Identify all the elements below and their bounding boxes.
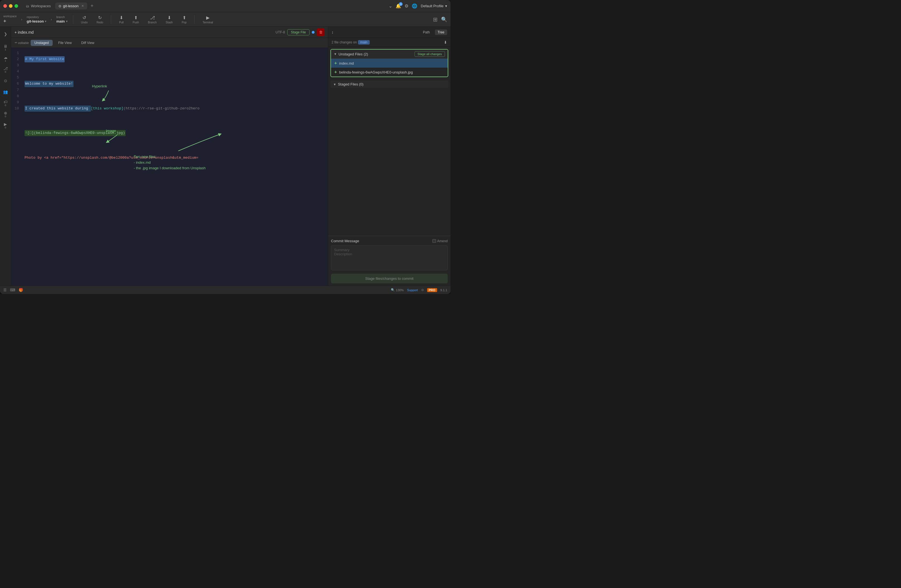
list-icon[interactable]: ☰ [3,288,7,292]
tab-git-lesson[interactable]: ⊙ git-lesson ✕ [55,3,87,9]
toolbar: workspace + › repository git-lesson ▾ › … [0,12,450,27]
workspaces-icon: 🗂 [26,4,29,8]
pull-button[interactable]: ⬇ Pull [117,14,126,25]
tab-unstaged[interactable]: Unstaged [31,40,53,46]
nav-chevron2-icon: › [51,17,52,22]
redo-icon: ↻ [98,15,102,20]
git-lesson-tab-label: git-lesson [63,4,79,8]
workspace-add[interactable]: + [3,19,17,24]
unstaged-section: ▼ Unstaged Files (2) Stage all changes +… [330,49,448,77]
stage-commit-button[interactable]: Stage files/changes to commit [331,274,448,283]
stash-button[interactable]: ⬇ Stash [164,14,175,25]
main-branch-badge: main [358,40,370,45]
cloud-icon: ☁ [4,55,8,59]
titlebar-right: ⌄ 🔔 1 ⚙ 🌐 Default Profile ▾ [389,3,447,9]
monitor-icon: 🖥 [4,44,8,48]
unstaged-title: Unstaged Files (2) [338,52,415,56]
main-window: 🗂 Workspaces ⊙ git-lesson ✕ + ⌄ 🔔 1 ⚙ 🌐 … [0,0,450,294]
minimize-traffic-light[interactable] [9,4,12,8]
editor-tabs: ✏ editable Unstaged File View Diff View [11,38,328,48]
staged-header: ▼ Staged Files (0) [330,81,448,88]
editor-filename: + index.md [14,30,34,34]
commit-textarea[interactable] [331,245,448,270]
file-name-image: belinda-fewings-6wAGwpsXHE0-unsplash.jpg [339,70,413,74]
sidebar-icons: ❯ 🖥 1 ☁ 1 ⎇ 0 ⊙ 👥 🏷 0 [0,27,11,286]
repo-chevron-icon: ▾ [45,20,46,23]
sidebar-item-team[interactable]: 👥 [0,87,11,97]
workspaces-tab-label: Workspaces [31,4,51,8]
stashes-icon: ⊕ [4,111,7,115]
profile-chevron-icon: ▾ [445,4,447,8]
file-item-image[interactable]: + belinda-fewings-6wAGwpsXHE0-unsplash.j… [331,68,448,76]
branches-icon: ⎇ [3,66,8,71]
file-item-index-md[interactable]: + index.md [331,59,448,68]
titlebar: 🗂 Workspaces ⊙ git-lesson ✕ + ⌄ 🔔 1 ⚙ 🌐 … [0,0,450,12]
file-add-icon: + [334,61,337,66]
profile-button[interactable]: Default Profile ▾ [421,4,447,8]
sidebar-item-github[interactable]: ⊙ [0,76,11,86]
repository-label: repository [27,16,46,19]
gift-icon[interactable]: 🎁 [19,288,23,292]
line-numbers: 1 2 3 4 5 6 7 8 9 10 [11,48,21,286]
chevron-down-icon[interactable]: ⌄ [389,3,392,9]
close-traffic-light[interactable] [3,4,7,8]
download-icon[interactable]: ⬇ [444,40,447,45]
staged-toggle-icon[interactable]: ▼ [333,83,336,86]
toolbar-divider-2 [111,15,111,24]
stage-all-button[interactable]: Stage all changes [415,51,445,57]
file-changes-label: 2 file changes on main [332,40,370,45]
gear-icon[interactable]: ⚙ [405,3,408,9]
keyboard-icon[interactable]: ⌨ [10,288,15,292]
commit-message-label: Commit Message [331,239,432,243]
globe-icon[interactable]: 🌐 [412,3,417,9]
sort-icon[interactable]: ↕ [332,30,334,34]
git-lesson-tab-close[interactable]: ✕ [81,4,84,8]
tags-icon: 🏷 [4,100,8,104]
bell-badge: 1 [399,2,402,6]
file-changes-bar: 2 file changes on main ⬇ [328,38,450,47]
sidebar-item-stashes[interactable]: ⊕ 0 [0,109,11,119]
maximize-traffic-light[interactable] [14,4,18,8]
tree-button[interactable]: Tree [435,30,447,35]
code-line-1: # My first Website [25,56,324,62]
sidebar-item-cloud[interactable]: ☁ 1 [0,53,11,64]
layout-icon[interactable]: ⊞ [433,16,438,23]
add-tab-button[interactable]: + [88,3,96,9]
sidebar-item-actions[interactable]: ▶ 0 [0,120,11,130]
sidebar-toggle-button[interactable]: ❯ [0,29,11,39]
search-icon[interactable]: 🔍 [441,16,447,23]
editable-label: ✏ editable [14,41,29,45]
repository-value[interactable]: git-lesson ▾ [27,19,46,23]
tab-file-view[interactable]: File View [55,40,75,46]
amend-checkbox[interactable] [432,239,436,243]
stage-file-button[interactable]: Stage File [287,29,310,35]
undo-button[interactable]: ↺ Undo [79,14,90,25]
discard-button[interactable]: 🗑 [317,28,324,36]
tab-diff-view[interactable]: Diff View [77,40,98,46]
branch-chevron-icon: ▾ [66,20,67,23]
branch-value[interactable]: main ▾ [56,19,67,23]
bell-icon[interactable]: 🔔 1 [396,3,401,9]
branch-button[interactable]: ⎇ Branch [146,14,159,25]
path-button[interactable]: Path [420,30,433,35]
code-content[interactable]: # My first Website Welcome to my website… [21,48,328,286]
code-line-9: Photo by <a href="https://unsplash.com/@… [25,155,324,161]
terminal-icon: ▶ [206,15,209,20]
sidebar-item-branches[interactable]: ⎇ 0 [0,65,11,75]
sidebar-item-tags[interactable]: 🏷 0 [0,98,11,108]
terminal-button[interactable]: ▶ Terminal [200,14,215,25]
git-lesson-icon: ⊙ [59,4,61,8]
pro-badge: PRO [427,288,437,292]
zoom-icon: 🔍 [391,288,395,292]
actions-icon: ▶ [4,122,7,126]
redo-button[interactable]: ↻ Redo [94,14,105,25]
push-button[interactable]: ⬆ Push [130,14,141,25]
pop-button[interactable]: ⬆ Pop [179,14,189,25]
staged-title: Staged Files (0) [338,82,363,86]
tab-workspaces[interactable]: 🗂 Workspaces [23,3,54,9]
unstaged-header: ▼ Unstaged Files (2) Stage all changes [331,50,448,59]
sidebar-item-local[interactable]: 🖥 1 [0,42,11,52]
unstaged-toggle-icon[interactable]: ▼ [334,52,337,56]
pop-icon: ⬆ [182,15,186,20]
support-link[interactable]: Support [407,288,418,292]
